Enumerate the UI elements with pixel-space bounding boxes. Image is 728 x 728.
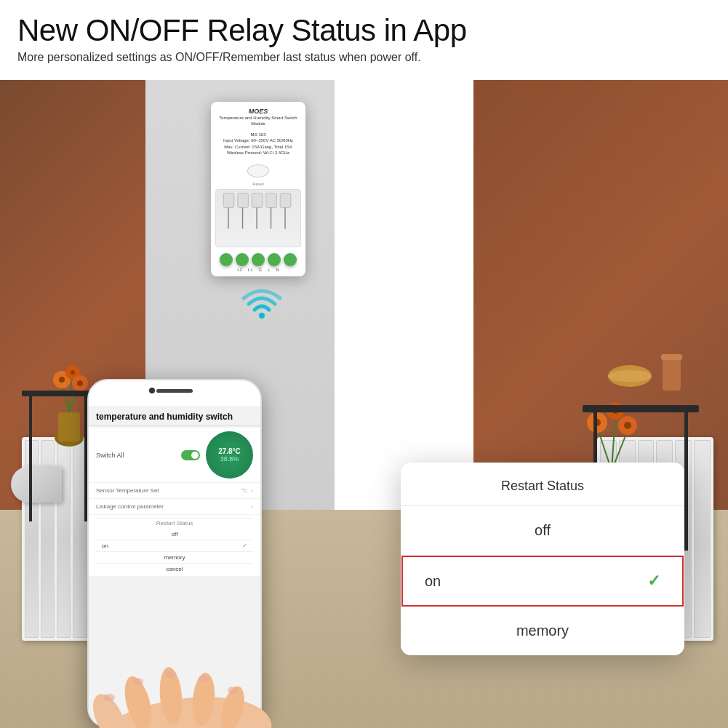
restart-status-popup: Restart Status off on ✓ memory <box>401 463 684 655</box>
smart-switch-module: MOES Temperature and Humidity Smart Swit… <box>211 102 305 276</box>
reset-label: Reset <box>252 182 264 186</box>
svg-rect-36 <box>280 193 291 208</box>
app-title: temperature and humidity switch <box>96 412 253 422</box>
svg-rect-23 <box>29 396 32 521</box>
terminal-n <box>284 253 297 266</box>
popup-option-memory[interactable]: memory <box>401 607 684 655</box>
terminal-l2 <box>220 253 233 266</box>
svg-point-8 <box>59 377 65 383</box>
restart-status-label-mini: Restart Status <box>96 518 253 527</box>
module-terminals <box>220 253 297 266</box>
main-title: New ON/OFF Relay Status in App <box>17 13 711 48</box>
svg-point-29 <box>608 370 652 382</box>
svg-rect-27 <box>684 412 688 551</box>
linkage-chevron-icon: › <box>251 503 253 511</box>
svg-point-9 <box>71 370 75 375</box>
svg-point-10 <box>77 380 83 386</box>
svg-point-50 <box>133 678 143 685</box>
scene: MOES Temperature and Humidity Smart Swit… <box>0 80 728 728</box>
temp-value: 27.8°C <box>218 447 241 455</box>
circuit-board <box>215 189 301 247</box>
toggle-knob <box>191 452 199 459</box>
sensor-temp-row: Sensor Temperature Set °C › <box>89 483 260 498</box>
svg-point-53 <box>228 687 238 694</box>
popup-title: Restart Status <box>401 463 684 506</box>
terminal-l <box>268 253 281 266</box>
phone-hand-group: temperature and humidity switch Switch A… <box>87 379 269 728</box>
svg-point-42 <box>259 313 265 319</box>
switch-toggle[interactable] <box>181 450 200 460</box>
svg-point-49 <box>103 694 115 701</box>
svg-rect-35 <box>266 193 277 208</box>
svg-rect-31 <box>661 354 682 360</box>
phone-camera <box>149 388 155 393</box>
linkage-row: Linkage control parameter › <box>89 499 260 514</box>
chevron-right-icon: › <box>251 487 253 495</box>
temp-humidity-display: 27.8°C 38.8% <box>206 431 253 479</box>
popup-option-off[interactable]: off <box>401 506 684 556</box>
linkage-label: Linkage control parameter <box>96 503 251 510</box>
side-table-left <box>18 391 98 524</box>
svg-point-51 <box>166 671 176 678</box>
popup-on-label: on <box>425 573 441 590</box>
svg-rect-34 <box>252 193 263 208</box>
svg-rect-33 <box>238 193 249 208</box>
terminal-l1 <box>236 253 249 266</box>
phone-speaker <box>156 389 193 393</box>
humidity-value: 38.8% <box>220 455 239 463</box>
option-memory-mini[interactable]: memory <box>96 552 253 564</box>
terminal-g <box>252 253 265 266</box>
table-decor-items <box>604 354 692 415</box>
svg-rect-32 <box>223 193 234 208</box>
option-on-mini[interactable]: on ✓ <box>96 540 253 552</box>
sensor-temp-label: Sensor Temperature Set <box>96 487 241 494</box>
svg-rect-22 <box>22 391 95 396</box>
module-description: Temperature and Humidity Smart Switch Mo… <box>215 115 301 127</box>
check-icon: ✓ <box>647 572 660 591</box>
svg-point-52 <box>199 675 209 682</box>
header: New ON/OFF Relay Status in App More pers… <box>0 0 728 73</box>
option-off-mini[interactable]: off <box>96 529 253 540</box>
switch-all-row: Switch All 27.8°C 38.8% <box>89 428 260 482</box>
module-brand: MOES <box>249 108 268 115</box>
reset-button[interactable] <box>247 164 269 177</box>
sensor-temp-unit: °C <box>241 487 248 494</box>
option-cancel-mini[interactable]: cancel <box>96 564 253 575</box>
wifi-icon <box>240 284 284 323</box>
app-header: temperature and humidity switch <box>89 406 260 426</box>
restart-status-section: Restart Status off on ✓ memory cancel <box>89 515 260 576</box>
switch-all-label: Switch All <box>96 452 181 459</box>
popup-option-on[interactable]: on ✓ <box>401 556 684 607</box>
terminal-labels: L2 L1 G L N <box>237 268 279 272</box>
hand-holding-phone <box>65 645 291 728</box>
module-specs: MS-103 Input Voltage: 90~250V AC 50/60Hz… <box>223 132 293 156</box>
subtitle: More personalized settings as ON/OFF/Rem… <box>17 51 711 64</box>
